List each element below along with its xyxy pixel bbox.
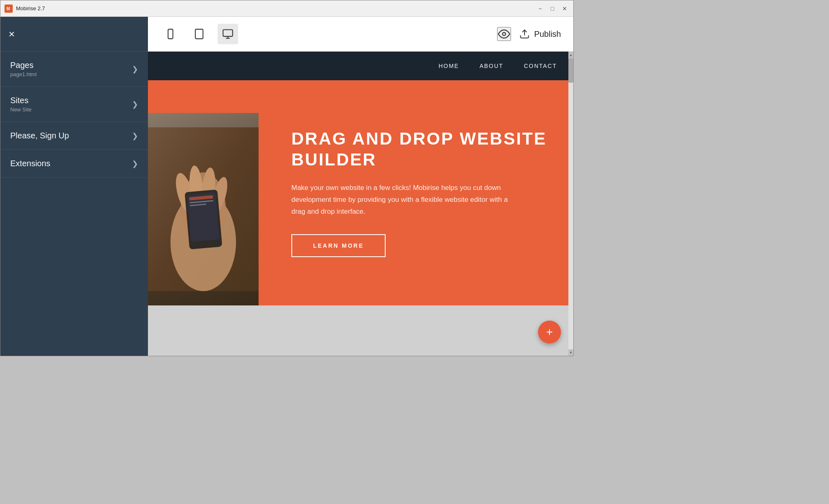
hero-content: DRAG AND DROP WEBSITE BUILDER Make your …	[259, 80, 573, 305]
device-switcher	[160, 24, 238, 44]
maximize-button[interactable]: □	[548, 4, 557, 13]
app-window: M Mobirise 2.7 − □ ✕ × Pages page1.html …	[0, 0, 574, 356]
hero-image	[148, 113, 259, 305]
desktop-device-button[interactable]	[218, 24, 238, 44]
title-bar: M Mobirise 2.7 − □ ✕	[0, 0, 573, 17]
pages-chevron-icon: ❯	[132, 65, 138, 74]
nav-contact[interactable]: CONTACT	[524, 63, 557, 69]
sites-chevron-icon: ❯	[132, 100, 138, 109]
main-layout: × Pages page1.html ❯ Sites New Site ❯ Pl…	[0, 17, 573, 356]
canvas-area: HOME ABOUT CONTACT	[148, 52, 573, 356]
extensions-title: Extensions	[10, 159, 50, 168]
toolbar-right: Publish	[497, 27, 561, 41]
svg-text:M: M	[7, 7, 10, 11]
scroll-up-arrow[interactable]: ▲	[568, 52, 573, 58]
sidebar-item-pages[interactable]: Pages page1.html ❯	[0, 52, 148, 87]
pages-subtitle: page1.html	[10, 71, 36, 77]
fab-plus-icon: +	[546, 326, 553, 338]
tablet-device-button[interactable]	[189, 24, 209, 44]
sidebar-close-row: ×	[0, 17, 148, 52]
hero-section: DRAG AND DROP WEBSITE BUILDER Make your …	[148, 80, 573, 305]
publish-button[interactable]: Publish	[519, 29, 561, 39]
nav-home[interactable]: HOME	[438, 63, 459, 69]
pages-title: Pages	[10, 61, 36, 70]
app-title: Mobirise 2.7	[16, 5, 536, 11]
site-navigation: HOME ABOUT CONTACT	[148, 52, 573, 80]
scroll-down-arrow[interactable]: ▼	[568, 349, 573, 356]
sidebar-item-sites[interactable]: Sites New Site ❯	[0, 87, 148, 122]
svg-rect-6	[223, 30, 232, 36]
sites-title: Sites	[10, 96, 32, 105]
svg-rect-4	[195, 29, 203, 38]
hero-image-placeholder	[148, 113, 259, 305]
minimize-button[interactable]: −	[536, 4, 545, 13]
add-block-fab[interactable]: +	[538, 321, 561, 344]
scrollbar-thumb[interactable]	[568, 58, 573, 83]
mobile-device-button[interactable]	[160, 24, 181, 44]
svg-point-9	[503, 32, 506, 36]
sidebar: × Pages page1.html ❯ Sites New Site ❯ Pl…	[0, 17, 148, 356]
preview-site: HOME ABOUT CONTACT	[148, 52, 573, 356]
close-sidebar-button[interactable]: ×	[9, 29, 15, 39]
publish-label: Publish	[534, 29, 561, 39]
sites-subtitle: New Site	[10, 106, 32, 113]
sidebar-item-signup[interactable]: Please, Sign Up ❯	[0, 122, 148, 150]
extensions-chevron-icon: ❯	[132, 159, 138, 168]
preview-button[interactable]	[497, 27, 511, 41]
right-panel: Publish HOME ABOUT CONTACT	[148, 17, 573, 356]
window-controls: − □ ✕	[536, 4, 569, 13]
svg-rect-2	[168, 29, 173, 38]
signup-chevron-icon: ❯	[132, 131, 138, 140]
signup-title: Please, Sign Up	[10, 131, 69, 140]
hero-cta-button[interactable]: LEARN MORE	[291, 234, 386, 257]
close-button[interactable]: ✕	[560, 4, 569, 13]
app-icon: M	[5, 5, 13, 13]
nav-about[interactable]: ABOUT	[479, 63, 503, 69]
hero-description: Make your own website in a few clicks! M…	[291, 182, 517, 218]
toolbar: Publish	[148, 17, 573, 52]
hero-title: DRAG AND DROP WEBSITE BUILDER	[291, 129, 549, 170]
scrollbar-track: ▲ ▼	[568, 52, 573, 356]
sidebar-item-extensions[interactable]: Extensions ❯	[0, 150, 148, 178]
